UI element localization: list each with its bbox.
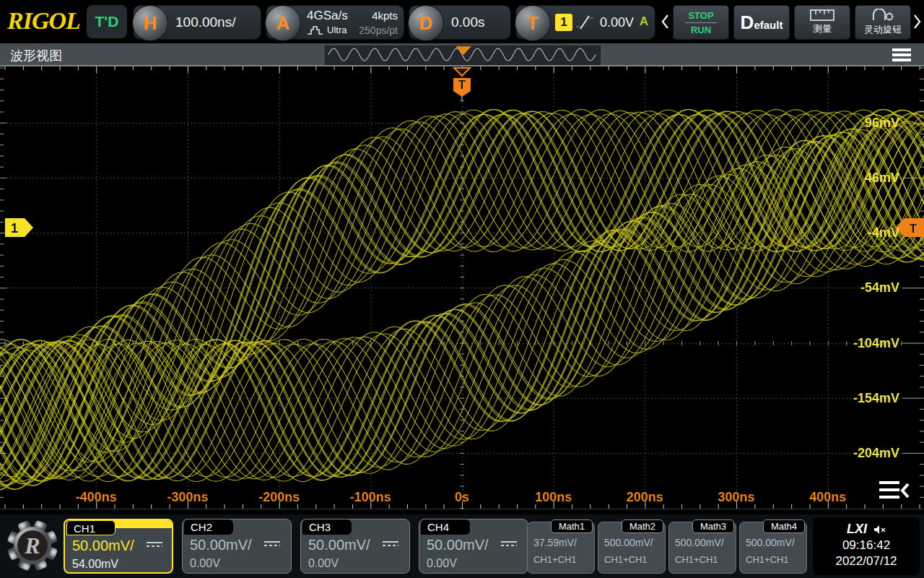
- math-card-math3[interactable]: Math3500.00mV/CH1+CH1: [668, 522, 736, 574]
- rigol-gear-logo[interactable]: R: [6, 519, 59, 572]
- chevron-right-icon[interactable]: [912, 13, 923, 30]
- dc-coupling-icon: [501, 541, 517, 546]
- channel-status-bar: R CH150.00mV/54.00mVCH250.00mV/0.00VCH35…: [0, 514, 924, 578]
- math-card-math2[interactable]: Math2500.00mV/CH1+CH1: [598, 522, 666, 574]
- channel-tab[interactable]: CH2: [184, 519, 233, 535]
- waveform-canvas[interactable]: [0, 66, 924, 514]
- sample-rate: 4GSa/s: [307, 9, 348, 23]
- y-axis-label: -54mV: [860, 280, 899, 296]
- x-axis-label: -200ns: [258, 490, 300, 505]
- stop-run-button[interactable]: STOP RUN: [673, 5, 729, 40]
- trigger-sweep-mode: A: [640, 14, 648, 29]
- trigger-position-marker[interactable]: T: [452, 66, 472, 103]
- channel-card-ch4[interactable]: CH450.00mV/0.00V: [419, 519, 528, 574]
- trigger-status-button[interactable]: T'D: [87, 5, 127, 38]
- math-card-math4[interactable]: Math4500.00mV/CH1+CH1: [739, 522, 807, 574]
- collapse-menu-icon[interactable]: [878, 480, 910, 501]
- math-expression: CH1+CH1: [533, 554, 577, 565]
- menu-icon[interactable]: [892, 48, 911, 61]
- acquisition-badge[interactable]: A: [265, 5, 301, 41]
- math-expression: CH1+CH1: [746, 554, 789, 565]
- trigger-flag-label: T: [458, 79, 466, 91]
- x-axis-label: 200ns: [627, 490, 663, 505]
- svg-text:R: R: [24, 532, 40, 558]
- default-label: Default: [741, 12, 783, 34]
- flex-knob-button[interactable]: 灵动旋钮: [855, 5, 911, 40]
- delay-badge[interactable]: D: [408, 5, 444, 41]
- waveform-view-header: 波形视图: [0, 43, 924, 66]
- math-tab[interactable]: Math1: [551, 519, 593, 533]
- acquire-mode: Ultra: [327, 25, 346, 35]
- flex-knob-label: 灵动旋钮: [864, 23, 902, 36]
- math-card-math1[interactable]: Math137.59mV/CH1+CH1: [527, 522, 595, 574]
- ruler-icon: [810, 9, 834, 21]
- channel-card-ch2[interactable]: CH250.00mV/0.00V: [182, 519, 292, 574]
- channel-offset: 0.00V: [190, 557, 220, 570]
- run-label: RUN: [685, 25, 717, 35]
- trigger-source-badge: 1: [555, 14, 572, 31]
- horizontal-settings-button[interactable]: H 100.00ns/: [133, 5, 261, 40]
- dc-coupling-icon: [264, 541, 280, 546]
- timebase-value: 100.00ns/: [175, 6, 235, 39]
- system-time: 09:16:42: [813, 538, 920, 553]
- x-axis-label: -100ns: [350, 490, 391, 505]
- delay-value: 0.00s: [451, 6, 484, 39]
- acquisition-settings-button[interactable]: A 4GSa/s 4kpts Ultra 250ps/pt: [266, 5, 404, 40]
- channel-card-ch3[interactable]: CH350.00mV/0.00V: [300, 519, 410, 574]
- y-axis-label: -104mV: [853, 336, 899, 351]
- channel-tab[interactable]: CH3: [302, 519, 352, 535]
- speaker-mute-icon: [873, 525, 886, 535]
- horizontal-badge[interactable]: H: [132, 5, 168, 41]
- channel1-position-marker[interactable]: 1: [4, 217, 35, 238]
- channel-tab[interactable]: CH1: [66, 520, 116, 535]
- waveform-display[interactable]: T 1 T 96mV46mV-4mV-54mV-104mV-154mV-204m…: [0, 66, 924, 514]
- y-axis-label: 46mV: [865, 171, 899, 186]
- stop-run-divider: [685, 22, 717, 23]
- math-scale: 500.00mV/: [746, 537, 795, 548]
- math-tab[interactable]: Math4: [763, 519, 805, 533]
- y-axis-label: -4mV: [868, 225, 899, 241]
- channel-offset: 0.00V: [308, 557, 339, 570]
- math-scale: 37.59mV/: [533, 537, 577, 548]
- math-expression: CH1+CH1: [604, 554, 648, 565]
- math-tab[interactable]: Math2: [622, 519, 663, 533]
- memory-depth: 4kpts: [372, 9, 398, 22]
- ultra-acquire-icon: [307, 25, 326, 35]
- trigger-level-marker[interactable]: T: [895, 217, 924, 238]
- channel-offset: 54.00mV: [72, 558, 118, 571]
- channel-scale: 50.00mV/: [427, 537, 489, 553]
- math-scale: 500.00mV/: [604, 537, 653, 548]
- channel-tab[interactable]: CH4: [421, 519, 470, 535]
- y-axis-label: 96mV: [865, 116, 899, 131]
- rising-edge-icon: [575, 14, 594, 31]
- timeline-trigger-position-icon[interactable]: [456, 46, 471, 55]
- math-tab[interactable]: Math3: [692, 519, 734, 533]
- system-status-block[interactable]: LXI 09:16:42 2022/07/12: [813, 517, 920, 575]
- sample-resolution: 250ps/pt: [359, 25, 398, 36]
- chevron-left-icon[interactable]: [660, 13, 670, 30]
- default-button[interactable]: Default: [733, 5, 790, 40]
- timeline-overview[interactable]: [325, 46, 601, 65]
- x-axis-label: -300ns: [167, 490, 208, 505]
- channel-scale: 50.00mV/: [308, 537, 370, 553]
- channel1-marker-label: 1: [11, 221, 18, 236]
- trigger-badge[interactable]: T: [515, 5, 551, 41]
- x-axis-label: 0s: [455, 490, 469, 505]
- active-channel-strip: [113, 520, 172, 528]
- measure-button[interactable]: 测量: [794, 5, 850, 40]
- x-axis-label: 400ns: [809, 490, 846, 505]
- math-expression: CH1+CH1: [675, 554, 718, 565]
- dc-coupling-icon: [147, 542, 162, 547]
- trigger-level-label: T: [910, 223, 917, 235]
- dc-coupling-icon: [383, 541, 398, 546]
- lxi-logo: LXI: [847, 522, 867, 536]
- x-axis-label: -400ns: [76, 490, 117, 505]
- top-status-bar: RIGOL T'D H 100.00ns/ A 4GSa/s 4kpts Ult…: [0, 0, 924, 43]
- stop-label: STOP: [685, 10, 717, 21]
- channel-card-ch1[interactable]: CH150.00mV/54.00mV: [64, 519, 173, 574]
- channel-scale: 50.00mV/: [190, 537, 252, 553]
- delay-settings-button[interactable]: D 0.00s: [409, 5, 511, 40]
- channel-scale: 50.00mV/: [72, 538, 134, 554]
- trigger-level-value: 0.00V: [600, 6, 634, 39]
- trigger-settings-button[interactable]: T 1 0.00V A: [515, 5, 655, 40]
